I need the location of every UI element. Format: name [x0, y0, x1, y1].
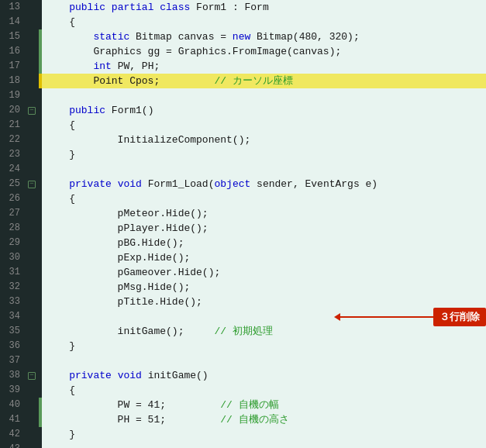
- annotation-arrow: ３行削除: [334, 308, 486, 326]
- line-number: 29: [0, 236, 25, 250]
- line-number: 38: [0, 368, 25, 383]
- gutter: [25, 250, 39, 265]
- code-content: Graphics gg = Graphics.FromImage(canvas)…: [42, 44, 486, 59]
- gutter: −: [25, 177, 39, 191]
- code-line: 17 int PW, PH;: [0, 59, 486, 74]
- code-line: 41 PH = 51; // 自機の高さ: [0, 412, 486, 427]
- line-number: 16: [0, 44, 25, 59]
- gutter: [25, 324, 39, 339]
- code-content: pBG.Hide();: [42, 236, 486, 250]
- code-editor: 13 public partial class Form1 : Form14 {…: [0, 0, 486, 448]
- gutter: [25, 427, 39, 442]
- code-content: pPlayer.Hide();: [42, 221, 486, 236]
- code-line: 21 {: [0, 118, 486, 133]
- code-line: 18 Point Cpos; // カーソル座標: [0, 74, 486, 88]
- code-content: pGameover.Hide();: [42, 265, 486, 280]
- line-number: 30: [0, 250, 25, 265]
- code-line: 38− private void initGame(): [0, 368, 486, 383]
- gutter: [25, 59, 39, 74]
- line-number: 31: [0, 265, 25, 280]
- collapse-icon[interactable]: −: [28, 181, 36, 188]
- code-line: 31 pGameover.Hide();: [0, 265, 486, 280]
- code-line: 28 pPlayer.Hide();: [0, 221, 486, 236]
- line-number: 26: [0, 191, 25, 206]
- line-number: 34: [0, 309, 25, 324]
- code-content: private void initGame(): [42, 368, 486, 383]
- collapse-icon[interactable]: −: [28, 372, 36, 380]
- gutter: [25, 353, 39, 368]
- gutter: [25, 236, 39, 250]
- code-line: 15 static Bitmap canvas = new Bitmap(480…: [0, 29, 486, 44]
- code-content: public partial class Form1 : Form: [42, 0, 486, 15]
- code-line: 42 }: [0, 427, 486, 442]
- line-number: 22: [0, 133, 25, 147]
- line-number: 20: [0, 103, 25, 118]
- code-content: int PW, PH;: [42, 59, 486, 74]
- code-line: 24: [0, 162, 486, 177]
- code-line: 34 ３行削除: [0, 309, 486, 324]
- code-line: 35 initGame(); // 初期処理: [0, 324, 486, 339]
- gutter: [25, 265, 39, 280]
- line-number: 35: [0, 324, 25, 339]
- gutter: [25, 147, 39, 162]
- code-content: }: [42, 427, 486, 442]
- code-content: pExp.Hide();: [42, 250, 486, 265]
- gutter: [25, 309, 39, 324]
- line-number: 40: [0, 398, 25, 412]
- line-number: 23: [0, 147, 25, 162]
- gutter: [25, 118, 39, 133]
- line-number: 24: [0, 162, 25, 177]
- line-number: 17: [0, 59, 25, 74]
- code-content: }: [42, 339, 486, 353]
- code-line: 39 {: [0, 383, 486, 398]
- code-line: 43: [0, 442, 486, 448]
- code-line: 22 InitializeComponent();: [0, 133, 486, 147]
- code-line: 30 pExp.Hide();: [0, 250, 486, 265]
- code-content: pMeteor.Hide();: [42, 206, 486, 221]
- code-content: {: [42, 15, 486, 29]
- gutter: [25, 398, 39, 412]
- line-number: 27: [0, 206, 25, 221]
- gutter: [25, 133, 39, 147]
- gutter: [25, 44, 39, 59]
- code-content: PH = 51; // 自機の高さ: [42, 412, 486, 427]
- line-number: 33: [0, 295, 25, 309]
- gutter: [25, 162, 39, 177]
- gutter: [25, 295, 39, 309]
- code-line: 13 public partial class Form1 : Form: [0, 0, 486, 15]
- code-line: 36 }: [0, 339, 486, 353]
- line-number: 28: [0, 221, 25, 236]
- line-number: 15: [0, 29, 25, 44]
- code-content: Point Cpos; // カーソル座標: [42, 74, 486, 88]
- code-line: 27 pMeteor.Hide();: [0, 206, 486, 221]
- arrow-line: [340, 316, 433, 318]
- code-line: 37: [0, 353, 486, 368]
- gutter: [25, 191, 39, 206]
- gutter: [25, 412, 39, 427]
- gutter: [25, 221, 39, 236]
- code-content: static Bitmap canvas = new Bitmap(480, 3…: [42, 29, 486, 44]
- code-line: 26 {: [0, 191, 486, 206]
- code-line: 23 }: [0, 147, 486, 162]
- gutter: [25, 0, 39, 15]
- code-content: PW = 41; // 自機の幅: [42, 398, 486, 412]
- code-content: [42, 442, 486, 448]
- line-number: 43: [0, 442, 25, 448]
- gutter: [25, 206, 39, 221]
- code-line: 16 Graphics gg = Graphics.FromImage(canv…: [0, 44, 486, 59]
- code-content: pMsg.Hide();: [42, 280, 486, 295]
- line-number: 37: [0, 353, 25, 368]
- code-line: 29 pBG.Hide();: [0, 236, 486, 250]
- code-content: private void Form1_Load(object sender, E…: [42, 177, 486, 191]
- line-number: 25: [0, 177, 25, 191]
- gutter: [25, 88, 39, 103]
- gutter: [25, 29, 39, 44]
- collapse-icon[interactable]: −: [28, 107, 36, 115]
- code-content: [42, 353, 486, 368]
- gutter: −: [25, 103, 39, 118]
- gutter: [25, 74, 39, 88]
- code-line: 14 {: [0, 15, 486, 29]
- gutter: [25, 280, 39, 295]
- line-number: 19: [0, 88, 25, 103]
- code-content: [42, 88, 486, 103]
